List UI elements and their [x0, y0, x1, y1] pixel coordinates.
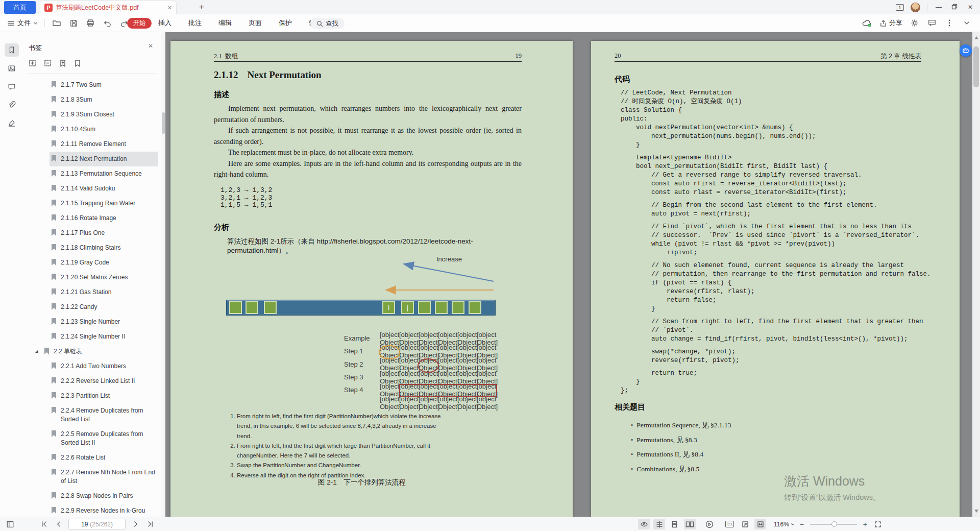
bookmark-item[interactable]: 2.2.3 Partition List: [50, 389, 158, 403]
toolbar-menu-item[interactable]: 页面: [244, 18, 266, 28]
more-options-button[interactable]: [944, 18, 954, 28]
collapse-toolbar-button[interactable]: [962, 18, 972, 28]
page-number-input[interactable]: 19 (25/262): [68, 519, 126, 529]
avatar[interactable]: [911, 3, 920, 12]
code-line: [621, 365, 931, 369]
expand-caret-icon[interactable]: [35, 350, 38, 353]
paragraph: Here are some examples. Inputs are in th…: [214, 158, 522, 180]
bookmark-item[interactable]: 2.1.17 Plus One: [50, 226, 158, 240]
scroll-up-icon[interactable]: [974, 36, 978, 39]
bookmark-item[interactable]: 2.1.15 Trapping Rain Water: [50, 196, 158, 211]
bookmark-item[interactable]: 2.1.21 Gas Station: [50, 285, 158, 300]
single-page-button[interactable]: [669, 519, 680, 529]
restore-button[interactable]: [950, 4, 959, 11]
bookmark-item[interactable]: 2.2 单链表: [42, 344, 158, 359]
zoom-level[interactable]: 116%: [774, 521, 795, 528]
bookmark-item[interactable]: 2.1.24 Single Number II: [50, 329, 158, 344]
tab-close-icon[interactable]: ✕: [167, 5, 172, 11]
fit-width-button[interactable]: [754, 519, 766, 529]
scrollbar-thumb[interactable]: [973, 46, 979, 87]
bookmark-item[interactable]: 2.2.4 Remove Duplicates from Sorted List: [50, 403, 158, 427]
bookmark-item[interactable]: 2.1.13 Permutation Sequence: [50, 166, 158, 181]
close-button[interactable]: ✕: [966, 4, 975, 11]
bookmark-item[interactable]: 2.1.9 3Sum Closest: [50, 107, 158, 122]
first-page-button[interactable]: [39, 519, 49, 529]
bookmark-item[interactable]: 2.1.18 Climbing Stairs: [50, 240, 158, 255]
scroll-down-icon[interactable]: [974, 510, 978, 513]
bookmark-item[interactable]: 2.1.8 3Sum: [50, 92, 158, 107]
last-page-button[interactable]: [145, 519, 155, 529]
open-file-button[interactable]: [52, 18, 62, 28]
thumbnails-panel-button[interactable]: [5, 62, 19, 75]
bookmark-item[interactable]: 2.1.7 Two Sum: [50, 78, 158, 92]
share-button[interactable]: 分享: [879, 18, 902, 28]
bookmark-icon[interactable]: [74, 59, 82, 67]
fit-page-button[interactable]: [739, 519, 751, 529]
actual-size-button[interactable]: 1:1: [724, 519, 736, 529]
window-count-badge[interactable]: 1: [896, 4, 904, 11]
feedback-button[interactable]: [927, 18, 937, 28]
bookmark-item[interactable]: 2.2.1 Add Two Numbers: [50, 359, 158, 374]
bookmark-item[interactable]: 2.1.10 4Sum: [50, 122, 158, 137]
home-tab-button[interactable]: 首页: [4, 1, 36, 14]
document-area[interactable]: 2.1 数组 19 2.1.12Next Permutation 描述 Impl…: [165, 32, 980, 517]
bookmark-item[interactable]: 2.1.12 Next Permutation: [50, 152, 158, 166]
bookmark-item[interactable]: 2.2.6 Rotate List: [50, 450, 158, 465]
bookmark-item[interactable]: 2.2.2 Reverse Linked List II: [50, 374, 158, 389]
zoom-slider[interactable]: [810, 524, 857, 525]
attachments-panel-button[interactable]: [5, 98, 19, 111]
vertical-scrollbar[interactable]: [972, 32, 980, 517]
bookmark-item[interactable]: 2.2.8 Swap Nodes in Pairs: [50, 489, 158, 503]
start-menu-button[interactable]: 开始: [127, 18, 152, 29]
toolbar-menu-item[interactable]: 保护: [275, 18, 296, 28]
slideshow-button[interactable]: [703, 519, 715, 529]
bookmark-item[interactable]: 2.1.20 Set Matrix Zeroes: [50, 270, 158, 285]
next-page-button[interactable]: [130, 519, 140, 529]
collapse-all-icon[interactable]: [44, 59, 52, 67]
bookmark-label: 2.1.18 Climbing Stairs: [61, 244, 120, 251]
panel-close-icon[interactable]: ✕: [148, 42, 153, 50]
zoom-out-button[interactable]: −: [798, 520, 805, 528]
bookmark-item[interactable]: 2.2.9 Reverse Nodes in k-Grou: [50, 503, 158, 517]
bookmark-item[interactable]: 2.2.7 Remove Nth Node From End of List: [50, 465, 158, 489]
print-button[interactable]: [85, 18, 95, 28]
sidebar-scrollbar[interactable]: [161, 32, 165, 517]
bookmark-item[interactable]: 2.1.23 Single Number: [50, 315, 158, 329]
toolbar-menu-item[interactable]: 插入: [154, 18, 176, 28]
undo-button[interactable]: [102, 18, 112, 28]
scroll-mode-button[interactable]: [653, 519, 665, 529]
bookmark-item[interactable]: 2.1.22 Candy: [50, 300, 158, 315]
toolbar-menu-item[interactable]: 编辑: [214, 18, 236, 28]
search-button[interactable]: 查找: [310, 18, 345, 29]
toggle-sidebar-button[interactable]: [5, 519, 15, 529]
bookmark-item[interactable]: 2.1.16 Rotate Image: [50, 211, 158, 226]
comments-panel-button[interactable]: [5, 80, 19, 93]
zoom-in-button[interactable]: +: [862, 520, 869, 528]
two-page-button[interactable]: [684, 519, 696, 529]
toolbar-menu-item[interactable]: 批注: [184, 18, 206, 28]
description-heading: 描述: [214, 90, 229, 100]
file-menu[interactable]: 文件: [7, 18, 38, 28]
document-tab[interactable]: P 算法刷题LeetCode中文版.pdf ✕: [40, 1, 177, 14]
bookmarks-panel-button[interactable]: [5, 43, 19, 57]
expand-all-icon[interactable]: [29, 59, 37, 67]
scrollbar-thumb[interactable]: [162, 112, 165, 134]
bookmark-item[interactable]: 2.2.5 Remove Duplicates from Sorted List…: [50, 427, 158, 450]
ai-assistant-button[interactable]: [960, 44, 972, 57]
cloud-sync-button[interactable]: [862, 18, 872, 28]
save-button[interactable]: [68, 18, 79, 28]
settings-button[interactable]: [910, 18, 920, 28]
previous-page-button[interactable]: [54, 519, 64, 529]
fullscreen-button[interactable]: [872, 519, 884, 529]
bookmark-item[interactable]: 2.1.19 Gray Code: [50, 255, 158, 270]
minimize-button[interactable]: —: [934, 4, 943, 11]
eye-protection-button[interactable]: [638, 519, 650, 529]
bookmark-item[interactable]: 2.1.11 Remove Element: [50, 137, 158, 152]
bookmark-item[interactable]: 2.1.14 Valid Sudoku: [50, 181, 158, 196]
signature-panel-button[interactable]: [5, 116, 19, 130]
code-line: // Get a reversed range to simplify reve…: [621, 171, 931, 180]
add-bookmark-icon[interactable]: [59, 59, 67, 67]
code-line: bool next_permutation(BidiIt first, Bidi…: [621, 162, 931, 171]
new-tab-button[interactable]: +: [196, 2, 207, 13]
zoom-slider-knob[interactable]: [831, 521, 837, 527]
